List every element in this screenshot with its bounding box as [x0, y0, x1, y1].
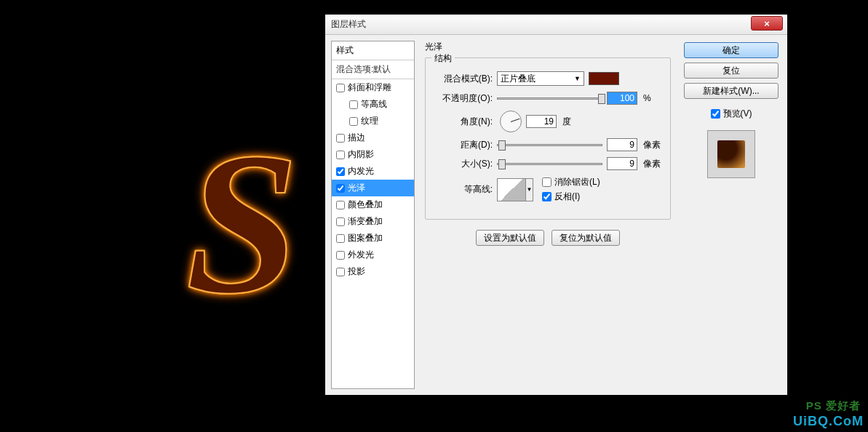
style-drop-shadow[interactable]: 投影 [332, 263, 414, 280]
style-satin[interactable]: 光泽 [332, 180, 414, 196]
size-label: 大小(S): [434, 158, 493, 170]
default-buttons: 设置为默认值 复位为默认值 [425, 230, 671, 246]
size-input[interactable] [607, 157, 637, 170]
checkbox[interactable] [349, 117, 358, 126]
style-label: 斜面和浮雕 [348, 81, 391, 94]
distance-unit: 像素 [643, 139, 661, 151]
blend-mode-row: 混合模式(B): 正片叠底 ▼ [434, 71, 661, 86]
opacity-input[interactable] [607, 92, 637, 105]
contour-thumbnail[interactable] [497, 178, 526, 201]
preview-box [707, 130, 755, 178]
invert-checkbox-row[interactable]: 反相(I) [542, 191, 600, 203]
contour-label: 等高线: [434, 183, 493, 196]
size-row: 大小(S): 像素 [434, 157, 661, 170]
checkbox[interactable] [336, 234, 345, 243]
contour-picker[interactable]: ▼ [497, 178, 533, 201]
blend-mode-select[interactable]: 正片叠底 ▼ [497, 71, 584, 86]
style-label: 图案叠加 [348, 232, 383, 244]
style-label: 内发光 [348, 165, 374, 177]
invert-checkbox[interactable] [542, 192, 552, 201]
style-label: 渐变叠加 [348, 215, 383, 228]
opacity-label: 不透明度(O): [434, 92, 493, 105]
style-outer-glow[interactable]: 外发光 [332, 247, 414, 263]
style-gradient-overlay[interactable]: 渐变叠加 [332, 213, 414, 230]
checkbox[interactable] [336, 217, 345, 226]
checkbox[interactable] [349, 100, 358, 109]
color-swatch[interactable] [589, 72, 619, 85]
chevron-down-icon: ▼ [574, 75, 581, 82]
angle-label: 角度(N): [434, 116, 493, 128]
dialog-title: 图层样式 [331, 18, 366, 31]
antialias-checkbox[interactable] [542, 177, 552, 187]
checkbox[interactable] [336, 134, 345, 143]
checkbox[interactable] [336, 201, 345, 209]
cancel-button[interactable]: 复位 [684, 63, 779, 79]
reset-default-button[interactable]: 复位为默认值 [552, 230, 620, 246]
structure-group: 结构 混合模式(B): 正片叠底 ▼ 不透明度(O): % [425, 57, 671, 220]
style-stroke[interactable]: 描边 [332, 129, 414, 146]
style-contour[interactable]: 等高线 [332, 96, 414, 113]
opacity-unit: % [643, 93, 651, 103]
settings-panel: 光泽 结构 混合模式(B): 正片叠底 ▼ 不透明度(O): [418, 41, 678, 389]
preview-checkbox-row[interactable]: 预览(V) [711, 108, 752, 120]
preview-thumbnail [717, 140, 745, 168]
select-value: 正片叠底 [501, 73, 535, 85]
angle-input[interactable] [526, 115, 557, 128]
distance-slider[interactable] [497, 144, 602, 146]
distance-input[interactable] [607, 138, 637, 151]
checkbox[interactable] [336, 84, 345, 92]
style-label: 外发光 [348, 249, 374, 261]
style-bevel-emboss[interactable]: 斜面和浮雕 [332, 79, 414, 96]
style-label: 等高线 [361, 98, 387, 111]
canvas-letter: S [186, 105, 299, 340]
checkbox[interactable] [336, 184, 345, 193]
slider-thumb[interactable] [498, 140, 506, 151]
blend-options-row[interactable]: 混合选项:默认 [332, 60, 414, 79]
style-color-overlay[interactable]: 颜色叠加 [332, 196, 414, 213]
checkbox[interactable] [336, 151, 345, 159]
opacity-slider[interactable] [497, 97, 602, 100]
antialias-checkbox-row[interactable]: 消除锯齿(L) [542, 176, 600, 188]
close-button[interactable]: × [751, 16, 783, 31]
styles-panel: 样式 混合选项:默认 斜面和浮雕 等高线 纹理 描边 内阴影 [331, 41, 415, 389]
checkbox[interactable] [336, 251, 345, 260]
chevron-down-icon[interactable]: ▼ [526, 178, 533, 201]
dialog-body: 样式 混合选项:默认 斜面和浮雕 等高线 纹理 描边 内阴影 [325, 35, 787, 395]
style-label: 纹理 [361, 115, 378, 127]
size-slider[interactable] [497, 163, 602, 165]
style-label: 内阴影 [348, 148, 374, 161]
slider-thumb[interactable] [598, 94, 605, 104]
distance-row: 距离(D): 像素 [434, 138, 661, 151]
angle-indicator [511, 119, 520, 122]
checkbox[interactable] [336, 167, 345, 176]
style-inner-glow[interactable]: 内发光 [332, 163, 414, 180]
blend-mode-label: 混合模式(B): [434, 73, 493, 85]
slider-thumb[interactable] [498, 159, 506, 169]
antialias-label: 消除锯齿(L) [554, 176, 600, 188]
style-texture[interactable]: 纹理 [332, 113, 414, 129]
preview-checkbox[interactable] [711, 109, 720, 119]
right-panel: 确定 复位 新建样式(W)... 预览(V) [681, 41, 781, 389]
invert-label: 反相(I) [554, 191, 580, 203]
style-label: 投影 [348, 265, 365, 278]
new-style-button[interactable]: 新建样式(W)... [684, 83, 779, 99]
checkbox[interactable] [336, 268, 345, 276]
contour-row: 等高线: ▼ 消除锯齿(L) 反相(I) [434, 176, 661, 203]
size-unit: 像素 [643, 158, 661, 170]
ok-button[interactable]: 确定 [684, 42, 779, 58]
angle-dial[interactable] [500, 111, 522, 132]
watermark-line2: UiBQ.CoM [793, 414, 864, 429]
style-pattern-overlay[interactable]: 图案叠加 [332, 230, 414, 247]
set-default-button[interactable]: 设置为默认值 [476, 230, 544, 246]
preview-label: 预览(V) [723, 108, 752, 120]
close-icon: × [764, 18, 770, 29]
titlebar[interactable]: 图层样式 × [325, 15, 787, 35]
style-label: 颜色叠加 [348, 199, 383, 211]
opacity-row: 不透明度(O): % [434, 92, 661, 105]
layer-style-dialog: 图层样式 × 样式 混合选项:默认 斜面和浮雕 等高线 纹理 描边 [324, 14, 788, 396]
styles-header[interactable]: 样式 [332, 41, 414, 60]
angle-unit: 度 [562, 116, 571, 128]
group-legend: 结构 [431, 52, 455, 65]
style-inner-shadow[interactable]: 内阴影 [332, 146, 414, 163]
distance-label: 距离(D): [434, 139, 493, 151]
